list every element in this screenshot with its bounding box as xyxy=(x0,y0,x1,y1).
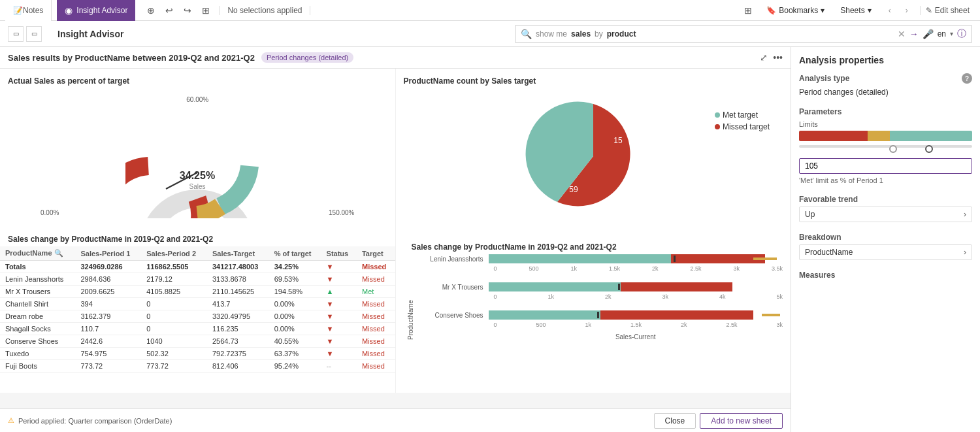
panel-right-btn[interactable]: ▭ xyxy=(26,26,42,42)
limits-input[interactable]: 105 xyxy=(799,158,972,174)
limits-color-bar xyxy=(799,131,972,141)
col-target2: Target xyxy=(357,246,395,261)
bar-row-3: Conserve Shoes 0 500 xyxy=(417,310,783,328)
limits-thumb-left[interactable] xyxy=(889,145,897,153)
bar-red-1 xyxy=(671,254,765,263)
search-by: by xyxy=(595,29,603,39)
sheets-dropdown-icon: ▾ xyxy=(868,6,872,15)
search-product: product xyxy=(607,29,636,39)
analysis-type-value: Period changes (detailed) xyxy=(799,88,972,97)
search-clear-icon[interactable]: ✕ xyxy=(898,29,906,39)
search-bar: 🔍 show me sales by product ✕ → 🎤 en ▾ ⓘ xyxy=(515,25,972,43)
bookmarks-dropdown-icon: ▾ xyxy=(821,6,825,15)
limits-red-segment xyxy=(799,131,868,141)
panel-left-btn[interactable]: ▭ xyxy=(8,26,24,42)
parameters-section: Parameters Limits 105 'Met' limit as % o… xyxy=(799,107,972,184)
period-badge[interactable]: Period changes (detailed) xyxy=(261,52,353,63)
breakdown-section: Breakdown ProductName › xyxy=(799,233,972,260)
col-status: Status xyxy=(321,246,357,261)
legend-missed: Missed target xyxy=(715,122,770,131)
next-arrow[interactable]: › xyxy=(899,3,915,18)
bar-gold-3 xyxy=(762,314,779,316)
bar-tick-3 xyxy=(597,312,599,318)
table-row: Shagall Socks 110.7 0 116.235 0.00% ▼ Mi… xyxy=(0,323,395,335)
undo-icon[interactable]: ↩ xyxy=(161,3,177,18)
analysis-type-label: Analysis type ? xyxy=(799,73,972,84)
donut-chart: 34.25% Sales 60.00% 0.00% 150.00% xyxy=(8,91,387,222)
tab-insight[interactable]: ◉ Insight Advisor xyxy=(57,0,135,21)
col-product-name: ProductName 🔍 xyxy=(0,246,75,261)
table-row: Conserve Shoes 2442.6 1040 2564.73 40.55… xyxy=(0,335,395,348)
edit-icon: ✎ xyxy=(926,6,932,15)
table-row: Lenin Jeansshorts 2984.636 2179.12 3133.… xyxy=(0,273,395,286)
pie-chart: 59 15 Met target Missed target xyxy=(404,91,783,222)
measures-label: Measures xyxy=(799,271,972,280)
bar-teal-2 xyxy=(489,282,621,291)
search-input[interactable] xyxy=(640,29,893,39)
expand-icon[interactable]: ⤢ xyxy=(760,52,768,63)
snapshot-icon[interactable]: ⊞ xyxy=(198,3,214,18)
limits-desc: 'Met' limit as % of Period 1 xyxy=(799,176,972,184)
favorable-trend-section: Favorable trend Up › xyxy=(799,195,972,222)
limits-label: Limits xyxy=(799,120,972,128)
more-options-icon[interactable]: ••• xyxy=(773,52,783,63)
search-toolbar-icon[interactable]: ⊕ xyxy=(143,3,159,18)
col-period2: Sales-Period 2 xyxy=(141,246,207,261)
totals-status: Missed xyxy=(357,261,395,273)
add-sheet-button[interactable]: Add to new sheet xyxy=(700,413,783,429)
search-go-icon[interactable]: → xyxy=(909,29,919,39)
search-mic-icon[interactable]: 🎤 xyxy=(923,29,934,39)
totals-name: Totals xyxy=(0,261,75,273)
svg-text:34.25%: 34.25% xyxy=(180,170,215,181)
results-actions: ⤢ ••• xyxy=(760,52,783,63)
help-icon[interactable]: ? xyxy=(962,73,972,84)
bookmark-icon: 🔖 xyxy=(766,6,776,15)
bar-chart-title: Sales change by ProductName in 2019-Q2 a… xyxy=(404,237,783,254)
favorable-trend-dropdown[interactable]: Up › xyxy=(799,207,972,222)
bar-red-3 xyxy=(600,310,753,320)
totals-pct: 34.25% xyxy=(269,261,321,273)
bar-axis-3: 0 500 1k 1.5k 2k 2.5k 3k xyxy=(494,322,783,328)
donut-chart-panel: Actual Sales as percent of target xyxy=(0,69,395,229)
table-row: Chantell Shirt 394 0 413.7 0.00% ▼ Misse… xyxy=(0,298,395,310)
sheets-button[interactable]: Sheets ▾ xyxy=(835,6,876,15)
col-target: Sales-Target xyxy=(207,246,269,261)
data-table: ProductName 🔍 Sales-Period 1 Sales-Perio… xyxy=(0,246,395,373)
bar-row-2: Mr X Trousers 0 1k 2k xyxy=(417,282,783,300)
prev-arrow[interactable]: ‹ xyxy=(882,3,898,18)
table-row: Tuxedo 754.975 502.32 792.72375 63.37% ▼… xyxy=(0,348,395,360)
bar-x-axis-label: Sales-Current xyxy=(489,333,783,341)
favorable-dropdown-arrow: › xyxy=(964,210,966,219)
bar-chart-inner: Lenin Jeansshorts 0 500 xyxy=(417,254,783,385)
main-area: Sales results by ProductName between 201… xyxy=(0,47,980,432)
met-dot xyxy=(715,112,720,118)
bar-label-2: Mr X Trousers xyxy=(417,284,489,291)
bar-red-2 xyxy=(621,282,732,291)
totals-period1: 324969.0286 xyxy=(75,261,141,273)
bar-tick-1 xyxy=(674,256,676,262)
search-language[interactable]: en xyxy=(938,29,946,39)
search-lang-arrow: ▾ xyxy=(950,30,953,37)
breakdown-label: Breakdown xyxy=(799,233,972,242)
close-button[interactable]: Close xyxy=(654,413,696,429)
bar-teal-3 xyxy=(489,310,600,320)
search-info-icon[interactable]: ⓘ xyxy=(957,28,966,40)
totals-target: 341217.48003 xyxy=(207,261,269,273)
breakdown-dropdown[interactable]: ProductName › xyxy=(799,244,972,260)
pie-chart-panel: ProductName count by Sales target 59 15 xyxy=(396,69,791,229)
tab-notes[interactable]: 📝 Notes xyxy=(5,0,52,21)
edit-sheet-button[interactable]: ✎ Edit sheet xyxy=(920,6,975,15)
search-prefix: show me xyxy=(536,29,567,39)
donut-chart-title: Actual Sales as percent of target xyxy=(8,76,387,86)
limits-track xyxy=(799,145,972,148)
col-period1: Sales-Period 1 xyxy=(75,246,141,261)
grid-icon[interactable]: ⊞ xyxy=(740,3,756,18)
charts-bottom: Sales change by ProductName in 2019-Q2 a… xyxy=(0,229,791,393)
insight-icon: ◉ xyxy=(65,5,73,16)
panel-toggle: ▭ ▭ xyxy=(8,26,42,42)
redo-icon[interactable]: ↪ xyxy=(180,3,195,18)
col-search-icon[interactable]: 🔍 xyxy=(54,249,63,257)
bookmarks-button[interactable]: 🔖 Bookmarks ▾ xyxy=(761,6,830,15)
breakdown-dropdown-arrow: › xyxy=(964,248,966,257)
limits-thumb-right[interactable] xyxy=(925,145,933,153)
